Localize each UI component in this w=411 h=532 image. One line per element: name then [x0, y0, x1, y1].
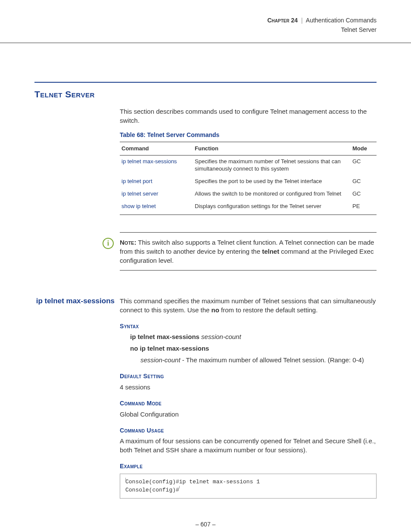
default-value: 4 sessions	[120, 383, 377, 392]
section-intro: This section describes commands used to …	[120, 107, 377, 125]
table-caption: Table 68: Telnet Server Commands	[120, 131, 377, 140]
param-arg: session-count	[140, 356, 181, 364]
th-function: Function	[193, 142, 351, 156]
cmd-mode: GC	[351, 156, 377, 175]
cmd-link[interactable]: ip telnet max-sessions	[120, 156, 193, 175]
running-header: Chapter 24 | Authentication Commands Tel…	[34, 16, 377, 37]
cmd-function: Displays configuration settings for the …	[193, 200, 351, 214]
cmd-mode: PE	[351, 200, 377, 214]
commands-table: Command Function Mode ip telnet max-sess…	[120, 142, 377, 214]
header-separator: |	[301, 17, 303, 24]
page-number: – 607 –	[34, 520, 377, 529]
cmd-link[interactable]: show ip telnet	[120, 200, 193, 214]
chapter-label: Chapter 24	[267, 17, 298, 24]
section-title: Telnet Server	[34, 88, 377, 100]
table-row: ip telnet max-sessions Specifies the max…	[120, 156, 377, 175]
th-command: Command	[120, 142, 193, 156]
cmd-mode: GC	[351, 188, 377, 200]
command-name: ip telnet max-sessions	[34, 296, 120, 314]
example-heading: Example	[120, 462, 377, 471]
syntax-arg: session-count	[201, 333, 241, 340]
syntax-keyword: ip telnet max-sessions	[130, 333, 199, 340]
note-bold: telnet	[262, 248, 279, 255]
chapter-title: Authentication Commands	[306, 17, 377, 24]
command-description-bold: no	[212, 306, 219, 314]
example-code: Console(config)#ip telnet max-sessions 1…	[120, 473, 377, 499]
mode-heading: Command Mode	[120, 399, 377, 408]
mode-value: Global Configuration	[120, 410, 377, 419]
cmd-mode: GC	[351, 175, 377, 188]
table-row: show ip telnet Displays configuration se…	[120, 200, 377, 214]
info-icon: i	[103, 238, 114, 249]
command-detail: ip telnet max-sessions This command spec…	[34, 296, 377, 314]
syntax-keyword-no: no ip telnet max-sessions	[130, 345, 209, 352]
cmd-function: Allows the switch to be monitored or con…	[193, 188, 351, 200]
cmd-link[interactable]: ip telnet port	[120, 175, 193, 188]
default-heading: Default Setting	[120, 372, 377, 381]
param-text: - The maximum number of allowed Telnet s…	[181, 356, 364, 364]
cmd-function: Specifies the port to be used by the Tel…	[193, 175, 351, 188]
cmd-link[interactable]: ip telnet server	[120, 188, 193, 200]
command-description-2: from to restore the default setting.	[219, 306, 318, 314]
usage-text: A maximum of four sessions can be concur…	[120, 436, 377, 454]
table-row: ip telnet port Specifies the port to be …	[120, 175, 377, 188]
note-label: Note:	[120, 239, 136, 246]
table-row: ip telnet server Allows the switch to be…	[120, 188, 377, 200]
section-rule	[34, 82, 377, 83]
usage-heading: Command Usage	[120, 426, 377, 435]
syntax-heading: Syntax	[120, 322, 377, 331]
note-block: i Note: This switch also supports a Teln…	[120, 232, 377, 271]
cmd-function: Specifies the maximum number of Telnet s…	[193, 156, 351, 175]
th-mode: Mode	[351, 142, 377, 156]
header-subsection: Telnet Server	[34, 26, 377, 34]
